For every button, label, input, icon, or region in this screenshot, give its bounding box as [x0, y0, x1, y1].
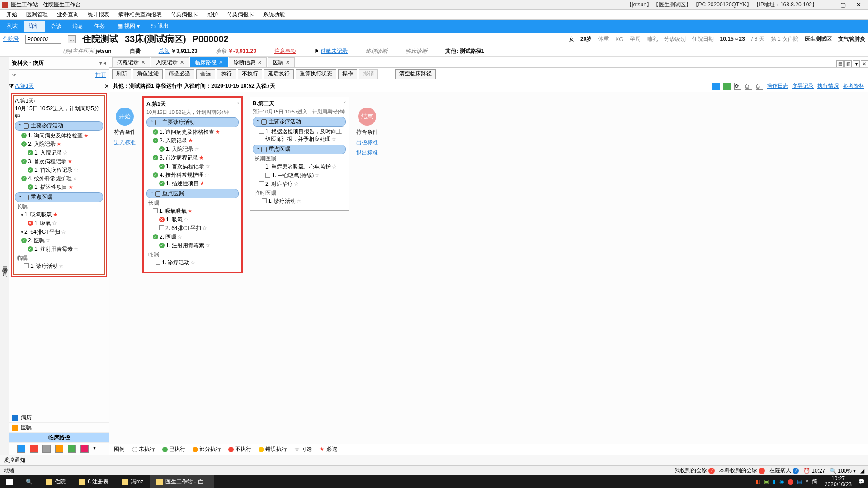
ribbon-tab[interactable]: 列表 [2, 21, 24, 32]
sectionights-header[interactable]: ⌃主要诊疗活动 [253, 117, 346, 127]
tree-item[interactable]: 1. 入院记录☆ [166, 145, 239, 153]
tray-icon[interactable]: ◉ [779, 479, 784, 485]
tree-item[interactable]: 3. 首次病程记录★ [160, 154, 239, 162]
toolbar-button[interactable]: 角色过滤 [133, 69, 163, 79]
qc-notice[interactable]: 质控通知 [4, 456, 25, 464]
tree-root-icon[interactable]: ⧩ [9, 83, 14, 89]
tree-item[interactable]: 2. 64排CT平扫☆ [24, 228, 103, 236]
toolbar-button[interactable]: 不执行 [238, 69, 262, 79]
taskbar-item[interactable]: 住院 [39, 475, 72, 488]
shortcut-icon[interactable] [55, 445, 63, 453]
tree-item[interactable]: 1. 诊疗活动☆ [268, 197, 346, 205]
shortcut-icon[interactable] [17, 445, 25, 453]
quit-std-link[interactable]: 退出标准 [356, 149, 378, 157]
menu-item[interactable]: 统计报表 [83, 11, 114, 19]
layout-btn-2[interactable]: ▥ [844, 60, 852, 67]
menu-item[interactable]: 开始 [2, 11, 22, 19]
tree-item[interactable]: 1. 描述性项目★ [34, 183, 103, 191]
end-node[interactable]: 结束 [358, 108, 376, 126]
checkbox[interactable] [259, 129, 264, 134]
ribbon-tab[interactable]: 会诊 [45, 21, 67, 32]
tree-item[interactable]: 2. 入院记录★ [160, 137, 239, 145]
shortcut-icon[interactable] [30, 445, 38, 453]
exec-link[interactable]: 执行情况 [817, 82, 839, 90]
orders-header[interactable]: ⌃重点医嘱 [15, 192, 103, 202]
ribbon-tab[interactable]: 任务 [89, 21, 110, 32]
menu-item[interactable]: 系统功能 [259, 11, 289, 19]
start-menu[interactable] [0, 475, 19, 488]
menu-item[interactable]: 医嘱管理 [22, 11, 52, 19]
menu-item[interactable]: 维护 [203, 11, 222, 19]
tree-item[interactable]: 1. 注射用青霉素☆ [34, 245, 103, 253]
side-tab[interactable]: 患者查询 [0, 57, 9, 455]
notifications-button[interactable]: 💬 [855, 475, 868, 488]
variance-link[interactable]: 变异记录 [792, 82, 814, 90]
tree-item[interactable]: 1. 吸氧吸氧★ [24, 211, 103, 219]
browse-button[interactable]: … [68, 35, 76, 43]
start-node[interactable]: 开始 [116, 108, 134, 126]
print-icon[interactable]: ⎙ [745, 83, 752, 90]
checkbox[interactable] [153, 208, 158, 213]
tree-item[interactable]: 1. 首次病程记录☆ [166, 163, 239, 170]
tree-item[interactable]: 1. 注射用青霉素☆ [166, 242, 239, 249]
tree-item[interactable]: 1. 吸氧吸氧★ [159, 207, 239, 215]
view-icon-2[interactable] [723, 83, 731, 90]
more-icon[interactable]: ▾ [93, 445, 101, 453]
shortcut-icon[interactable] [80, 445, 89, 453]
print-icon-2[interactable]: ⎙ [756, 83, 763, 90]
tree-item[interactable]: 1. 首次病程记录☆ [34, 166, 103, 174]
open-link[interactable]: 打开 [95, 71, 106, 79]
checkbox[interactable] [259, 181, 264, 186]
orders-header[interactable]: ⌃重点医嘱 [253, 145, 346, 154]
close-tab-icon[interactable]: ✕ [104, 83, 109, 89]
tree-item[interactable]: 1. 询问病史及体格检查★ [160, 128, 239, 136]
toolbar-button[interactable]: 重算执行状态 [296, 69, 336, 79]
checkbox[interactable] [262, 198, 267, 203]
search-button[interactable]: 🔍 [19, 475, 39, 488]
checkbox[interactable] [24, 263, 29, 268]
tree-item[interactable]: 1. 中心吸氧(持续)☆ [272, 172, 346, 179]
collapse-icon[interactable]: ‹ [237, 100, 239, 108]
checkbox[interactable] [265, 173, 270, 178]
layout-btn-3[interactable]: ▾ [853, 60, 860, 67]
tree-item[interactable]: 1. 根据送检项目报告，及时向上级医师汇报，并予相应处理☆ [265, 128, 346, 143]
shortcut-icon[interactable] [42, 445, 51, 453]
tray-up-icon[interactable]: ^ [806, 479, 808, 485]
dept-consult-label[interactable]: 本科收到的会诊 [719, 467, 757, 474]
field-label[interactable]: 住院号 [3, 35, 19, 43]
total-label[interactable]: 总额 [159, 48, 170, 54]
tree-item[interactable]: 1. 吸氧☆ [34, 220, 103, 227]
checkbox[interactable] [259, 164, 264, 169]
doc-tab[interactable]: 医嘱✕ [268, 57, 295, 67]
tree-item[interactable]: 1. 诊疗活动☆ [162, 259, 239, 267]
clear-pathway-button[interactable]: 清空临床路径 [395, 69, 436, 79]
tree-item[interactable]: 2. 医嘱☆ [160, 233, 239, 241]
doc-tab[interactable]: 临床路径✕ [190, 57, 228, 67]
caution-link[interactable]: 注意事项 [274, 47, 296, 55]
tray-icon[interactable]: ⬤ [788, 479, 793, 485]
sectionights-header[interactable]: ⌃主要诊疗活动 [146, 117, 239, 127]
collapse-icon[interactable]: ▾ ◂ [99, 60, 106, 66]
close-button[interactable]: ✕ [851, 1, 866, 8]
exit-button[interactable]: ⭮ 退出 [147, 21, 172, 32]
ime-indicator[interactable]: 简 [812, 478, 817, 486]
checkbox[interactable] [156, 260, 160, 265]
tree-item[interactable]: 3. 首次病程记录★ [28, 158, 103, 165]
tree-item[interactable]: 2. 对症治疗☆ [265, 180, 346, 188]
checkbox[interactable] [159, 225, 164, 230]
tray-icon[interactable]: ▣ [764, 479, 769, 485]
close-tab-icon[interactable]: ✕ [258, 60, 262, 66]
collapse-icon[interactable]: ‹ [34, 99, 35, 103]
menu-item[interactable]: 病种相关查询报表 [114, 11, 166, 19]
exit-std-link[interactable]: 出径标准 [356, 139, 378, 146]
maximize-button[interactable]: ▢ [835, 1, 851, 8]
admission-id-input[interactable] [25, 35, 61, 44]
allergy-link[interactable]: 过敏未记录 [321, 48, 348, 54]
tree-item[interactable]: 1. 描述性项目★ [166, 180, 239, 188]
toolbar-button[interactable]: 筛选必选 [165, 69, 194, 79]
toolbar-button[interactable]: 全选 [196, 69, 215, 79]
menu-item[interactable]: 传染病报卡 [166, 11, 203, 19]
my-consult-label[interactable]: 我收到的会诊 [675, 467, 707, 474]
tree-item[interactable]: 2. 入院记录★ [28, 141, 103, 148]
tree-item[interactable]: 1. 吸氧☆ [166, 216, 239, 224]
